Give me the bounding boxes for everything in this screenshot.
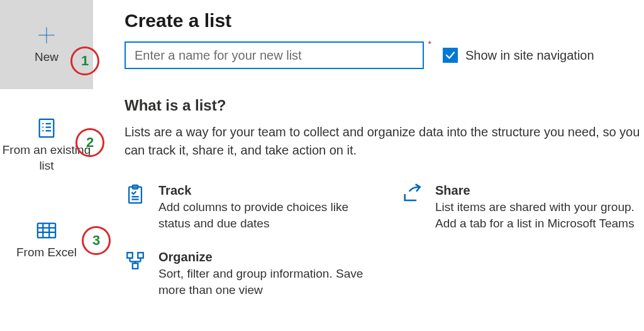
list-name-input[interactable] (125, 41, 424, 69)
svg-rect-19 (138, 253, 143, 259)
option-existing-label: From an existing list (0, 143, 93, 173)
feature-organize: Organize Sort, filter and group informat… (125, 250, 389, 298)
option-new-blank-list[interactable]: New (0, 0, 93, 89)
svg-rect-18 (127, 253, 133, 259)
show-in-nav-label: Show in site navigation (465, 48, 594, 63)
option-from-existing-list[interactable]: From an existing list (0, 89, 93, 190)
main-content: Create a list * Show in site navigation … (93, 0, 644, 331)
list-document-icon (36, 117, 57, 139)
excel-grid-icon (36, 220, 57, 241)
show-in-nav-checkbox[interactable]: Show in site navigation (443, 48, 594, 63)
feature-track-title: Track (158, 183, 372, 198)
feature-organize-title: Organize (158, 250, 372, 264)
feature-track-desc: Add columns to provide choices like stat… (158, 199, 372, 231)
svg-rect-2 (40, 119, 54, 137)
info-heading: What is a list? (125, 97, 644, 114)
required-indicator: * (428, 39, 431, 49)
create-options-sidebar: New From an existing list From (0, 0, 93, 331)
share-arrow-icon (401, 183, 423, 205)
form-row: * Show in site navigation (125, 41, 644, 69)
feature-share-desc: List items are shared with your group. A… (435, 199, 640, 231)
svg-rect-20 (133, 264, 138, 269)
feature-share-title: Share (435, 183, 640, 198)
option-excel-label: From Excel (16, 245, 77, 261)
option-new-label: New (35, 50, 58, 65)
checkbox-checked-icon (443, 48, 458, 63)
feature-organize-desc: Sort, filter and group information. Save… (158, 266, 372, 298)
list-name-field-wrap: * (125, 41, 424, 69)
feature-cards: Track Add columns to provide choices lik… (125, 183, 644, 298)
feature-track: Track Add columns to provide choices lik… (125, 183, 389, 231)
create-list-panel: New From an existing list From (0, 0, 644, 331)
plus-icon (36, 24, 57, 46)
info-description: Lists are a way for your team to collect… (125, 123, 640, 160)
clipboard-checklist-icon (125, 183, 146, 205)
page-title: Create a list (125, 10, 644, 31)
svg-rect-9 (38, 223, 55, 237)
feature-share: Share List items are shared with your gr… (401, 183, 640, 231)
option-from-excel[interactable]: From Excel (0, 190, 93, 290)
hierarchy-icon (125, 250, 146, 271)
